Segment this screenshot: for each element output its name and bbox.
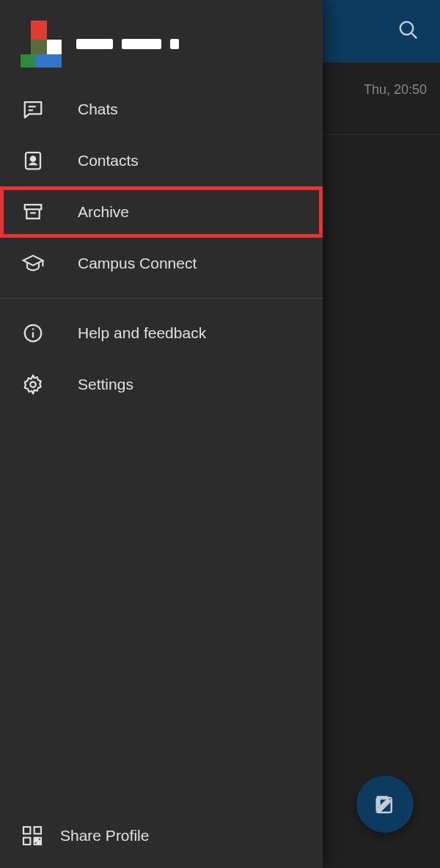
graduation-cap-icon (21, 251, 45, 276)
menu-item-chats[interactable]: Chats (0, 84, 323, 135)
info-icon (21, 321, 45, 346)
menu-item-contacts[interactable]: Contacts (0, 135, 323, 186)
menu-label: Settings (78, 376, 133, 393)
menu-divider (0, 298, 323, 299)
svg-point-0 (400, 22, 414, 35)
share-profile-button[interactable]: Share Profile (0, 803, 323, 868)
svg-rect-14 (23, 827, 30, 834)
share-label: Share Profile (60, 827, 149, 845)
svg-rect-16 (23, 838, 30, 845)
svg-line-1 (411, 33, 417, 38)
menu-section-secondary: Help and feedback Settings (0, 307, 323, 410)
svg-rect-19 (34, 842, 37, 845)
menu-item-help[interactable]: Help and feedback (0, 307, 323, 359)
menu-label: Contacts (78, 152, 139, 169)
menu-item-archive[interactable]: Archive (0, 186, 323, 238)
main-divider (323, 134, 440, 135)
menu-item-campus-connect[interactable]: Campus Connect (0, 238, 323, 289)
svg-point-6 (31, 156, 35, 161)
menu-label: Help and feedback (78, 324, 206, 342)
qr-code-icon (21, 824, 44, 847)
search-icon[interactable] (397, 19, 419, 41)
chat-icon (21, 97, 45, 122)
svg-point-13 (30, 382, 36, 387)
menu-section-primary: Chats Contacts Archive (0, 84, 323, 289)
archive-icon (21, 200, 45, 225)
top-bar (323, 0, 440, 62)
compose-icon (374, 793, 396, 815)
svg-rect-18 (38, 842, 41, 845)
svg-rect-20 (38, 838, 41, 841)
menu-label: Archive (78, 203, 129, 221)
menu-label: Campus Connect (78, 255, 197, 272)
menu-item-settings[interactable]: Settings (0, 359, 323, 410)
navigation-drawer: Chats Contacts Archive (0, 0, 323, 868)
svg-rect-7 (25, 205, 42, 209)
menu-label: Chats (78, 101, 118, 118)
gear-icon (21, 372, 45, 397)
contacts-icon (21, 148, 45, 173)
profile-name (76, 39, 179, 49)
message-timestamp: Thu, 20:50 (364, 82, 427, 98)
svg-rect-15 (34, 827, 41, 834)
main-background (323, 0, 440, 868)
profile-section[interactable] (0, 0, 323, 84)
svg-point-12 (32, 328, 34, 330)
svg-rect-17 (34, 838, 37, 841)
app-logo (21, 21, 62, 68)
compose-fab[interactable] (356, 776, 414, 833)
